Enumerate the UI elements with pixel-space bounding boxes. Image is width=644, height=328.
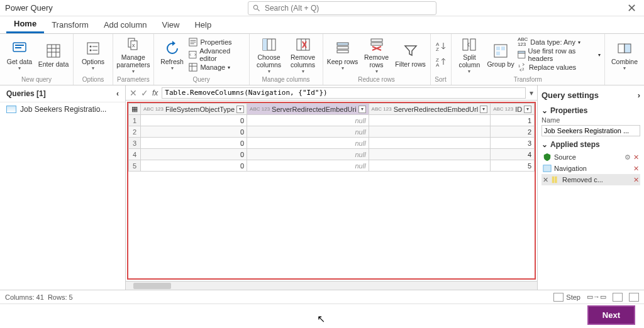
cell[interactable]: null [247,126,369,138]
cell[interactable]: null [247,115,369,126]
data-type-button[interactable]: ABC123Data type: Any ▾ [518,36,601,48]
enter-data-button[interactable]: Enter data [38,36,69,74]
delete-icon[interactable]: ✕ [633,176,639,184]
cell[interactable]: 0 [141,149,247,160]
cell[interactable]: 2 [491,126,535,138]
rows-count: Rows: 5 [48,293,73,301]
cell[interactable]: null [247,149,369,160]
step-source[interactable]: Source⚙✕ [541,151,640,163]
keep-rows-button[interactable]: Keep rows▾ [327,36,358,74]
applied-steps-section[interactable]: ⌄Applied steps [541,140,640,149]
cell[interactable]: 0x01007DB5406C7581FC4DB15592 [535,115,536,126]
delete-icon[interactable]: ✕ [543,176,548,184]
first-row-headers-button[interactable]: Use first row as headers ▾ [518,49,601,60]
collapse-icon[interactable]: ‹ [116,89,119,98]
svg-rect-1 [15,45,24,46]
properties-button[interactable]: Properties [189,36,245,48]
query-settings-pane: Query settings› ⌄Properties Name ⌄Applie… [537,85,644,290]
query-item[interactable]: Job Seekers Registratio... [0,102,125,116]
choose-columns-button[interactable]: Choose columns▾ [253,36,285,74]
expand-icon[interactable]: › [638,90,640,100]
filter-icon[interactable]: ▾ [524,106,531,113]
col-header[interactable]: ABC 123ContentTypeId [535,104,536,115]
schema-view-icon[interactable] [629,293,639,302]
col-header[interactable]: ABC 123ServerRedirectedEmbedUrl▾ [369,104,491,115]
cancel-icon[interactable]: ✕ [130,88,137,98]
step-removed-columns[interactable]: ✕Removed c...✕ [541,174,640,185]
svg-text:2: 2 [522,67,525,71]
combine-button[interactable]: Combine▾ [609,36,640,74]
delete-icon[interactable]: ✕ [633,153,639,161]
cell[interactable]: 0x01007DB5406C7581FC4DB15592 [535,160,536,172]
manage-parameters-button[interactable]: xManage parameters▾ [118,36,149,74]
cell[interactable]: null [247,160,369,172]
delete-icon[interactable]: ✕ [633,165,639,173]
cell[interactable] [369,126,491,138]
tab-transform[interactable]: Transform [44,16,96,33]
next-button[interactable]: Next [587,305,635,325]
gear-icon[interactable]: ⚙ [625,153,631,161]
cell[interactable]: 0x01007DB5406C7581FC4DB15592 [535,126,536,138]
step-navigation[interactable]: Navigation✕ [541,163,640,174]
row-header[interactable]: 3 [129,138,141,149]
commit-icon[interactable]: ✓ [141,88,148,98]
formula-input[interactable] [162,87,526,99]
properties-section[interactable]: ⌄Properties [541,106,640,115]
col-header[interactable]: ABC 123FileSystemObjectType▾ [141,104,247,115]
replace-values-button[interactable]: 12Replace values [518,62,601,73]
close-icon[interactable]: ✕ [625,1,639,15]
sort-asc-button[interactable]: AZ [435,40,447,55]
data-grid[interactable]: ▦ ABC 123FileSystemObjectType▾ ABC 123Se… [127,102,536,280]
cell[interactable] [369,138,491,149]
grid-corner[interactable]: ▦ [129,104,141,115]
refresh-button[interactable]: Refresh▾ [158,36,187,74]
cell[interactable]: 5 [491,160,535,172]
filter-icon[interactable]: ▾ [358,106,366,113]
cell[interactable]: 0x01007DB5406C7581FC4DB15592 [535,138,536,149]
filter-icon[interactable]: ▾ [236,106,244,113]
search-input[interactable] [265,4,432,13]
row-header[interactable]: 1 [129,115,141,126]
tab-help[interactable]: Help [187,16,219,33]
sort-desc-button[interactable]: ZA [435,56,447,70]
ribbon-tabs: Home Transform Add column View Help [0,16,644,34]
group-by-button[interactable]: Group by [486,36,515,74]
tab-home[interactable]: Home [6,16,44,33]
filter-icon[interactable]: ▾ [480,106,487,113]
step-toggle[interactable]: Step [553,293,580,302]
get-data-button[interactable]: Get data▾ [4,36,35,74]
tab-view[interactable]: View [155,16,187,33]
remove-rows-button[interactable]: Remove rows▾ [361,36,392,74]
query-name-input[interactable] [541,125,640,136]
svg-rect-44 [463,39,468,50]
row-header[interactable]: 2 [129,126,141,138]
remove-columns-button[interactable]: Remove columns▾ [287,36,319,74]
horizontal-scrollbar[interactable] [126,281,537,290]
row-header[interactable]: 5 [129,160,141,172]
search-box[interactable] [248,1,436,15]
expand-icon[interactable]: ▾ [530,89,533,97]
tab-add-column[interactable]: Add column [96,16,155,33]
cell[interactable]: 0 [141,126,247,138]
cell[interactable]: 0x01007DB5406C7581FC4DB15592 [535,149,536,160]
cell[interactable] [369,149,491,160]
manage-button[interactable]: Manage ▾ [189,62,245,73]
cell[interactable]: 0 [141,160,247,172]
options-button[interactable]: Options▾ [77,36,109,74]
advanced-editor-button[interactable]: Advanced editor [189,49,245,60]
cell[interactable]: 1 [491,115,535,126]
cell[interactable] [369,115,491,126]
cell[interactable]: 0 [141,138,247,149]
col-header[interactable]: ABC 123ID▾ [491,104,535,115]
row-header[interactable]: 4 [129,149,141,160]
cell[interactable] [369,160,491,172]
cell[interactable]: 3 [491,138,535,149]
split-column-button[interactable]: Split column▾ [455,36,484,74]
diagram-view-icon[interactable]: ▭→▭ [587,293,606,301]
filter-rows-button[interactable]: Filter rows [395,36,426,74]
cell[interactable]: null [247,138,369,149]
cell[interactable]: 4 [491,149,535,160]
grid-view-icon[interactable] [613,293,623,302]
cell[interactable]: 0 [141,115,247,126]
col-header[interactable]: ABC 123ServerRedirectedEmbedUri▾ [247,104,369,115]
